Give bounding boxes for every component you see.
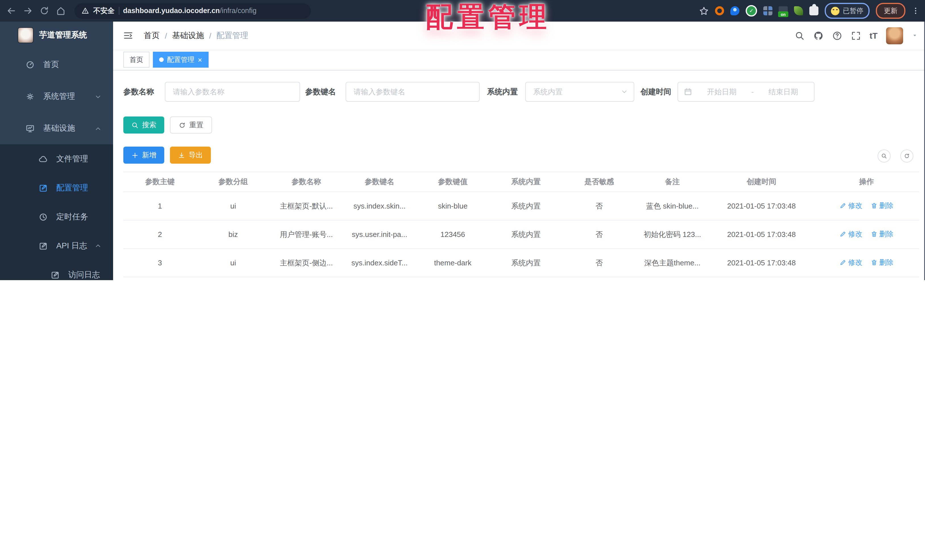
edit-link-label: 修改 [848,201,862,211]
fullscreen-icon[interactable] [851,30,861,41]
cell-actions: 修改 删除 [814,220,919,248]
col-header: 参数名称 [270,172,343,192]
download-icon [178,151,185,159]
cell-actions: 修改 删除 [814,277,919,280]
tag-config-manage[interactable]: 配置管理 × [153,52,208,68]
bookmark-star-icon[interactable] [699,6,709,16]
cell: 蓝色 skin-blue... [636,192,709,220]
browser-back-icon[interactable] [6,6,17,16]
date-range-picker[interactable]: 开始日期 - 结束日期 [678,82,815,102]
col-header: 参数键名 [343,172,416,192]
user-avatar[interactable] [886,27,903,44]
sidebar-item-api-log[interactable]: API 日志 [0,231,113,260]
cell: 2021-01-05 17:03:48 [709,248,814,277]
calendar-icon [684,87,692,96]
breadcrumb-infra[interactable]: 基础设施 [172,30,204,41]
emoji-face-icon [831,6,839,15]
help-icon[interactable] [832,30,842,41]
pencil-icon [840,231,847,238]
github-icon[interactable] [814,30,824,41]
app-logo[interactable]: 芋道管理系统 [0,22,113,49]
extension-switch-icon[interactable]: on [779,6,788,15]
topbar: 首页 / 基础设施 / 配置管理 tT [113,22,925,50]
tag-home[interactable]: 首页 [124,52,149,68]
extension-grid-icon[interactable] [763,6,772,15]
clock-icon [39,212,48,221]
pencil-icon [840,203,847,209]
cell: 123456 [416,220,490,248]
sidebar-item-home[interactable]: 首页 [0,49,113,81]
table-row: 2 biz 用户管理-账号... sys.user.init-pa... 123… [124,220,919,248]
cell: 1 [197,277,270,280]
trash-icon [871,203,878,209]
cell: sys.index.sideT... [343,248,416,277]
browser-reload-icon[interactable] [39,6,50,16]
tag-label: 配置管理 [167,55,194,65]
extension-green-check-icon[interactable]: ✓ [746,5,757,17]
extension-donut-icon[interactable] [715,6,724,15]
param-name-input-box [165,82,300,102]
builtin-select[interactable]: 系统内置 [525,82,634,102]
extensions-puzzle-icon[interactable] [809,6,818,15]
delete-link[interactable]: 删除 [871,258,893,268]
address-bar[interactable]: 不安全 dashboard.yudao.iocoder.cn/infra/con… [74,3,311,18]
sidebar-item-label: 文件管理 [56,154,88,164]
edit-link-label: 修改 [848,230,862,239]
breadcrumb-home[interactable]: 首页 [144,30,160,41]
col-header: 是否敏感 [563,172,636,192]
delete-link[interactable]: 删除 [871,201,893,211]
add-button[interactable]: 新增 [124,147,164,164]
date-separator: - [751,87,754,96]
tag-label: 首页 [130,55,143,65]
breadcrumb-separator: / [165,31,167,40]
edit-link[interactable]: 修改 [840,230,862,239]
reset-button[interactable]: 重置 [170,116,212,134]
cell: 1 [124,192,197,220]
extension-leaf-icon[interactable] [794,6,803,15]
export-button[interactable]: 导出 [170,147,211,164]
sidebar-item-access-log[interactable]: 访问日志 [0,260,113,280]
breadcrumb-current: 配置管理 [217,30,249,41]
search-icon[interactable] [795,30,805,41]
cell: ui [197,248,270,277]
toggle-search-button[interactable] [878,149,890,163]
sidebar-item-config-manage[interactable]: 配置管理 [0,173,113,202]
sidebar-item-file-manage[interactable]: 文件管理 [0,145,113,173]
edit-square-icon [39,241,48,250]
delete-link[interactable]: 删除 [871,230,893,239]
table-row: 4 1 xxx demo.test 10 自定义 否 5 2021-01-19 … [124,277,919,280]
avatar-caret-icon[interactable] [911,32,918,39]
add-button-label: 新增 [142,150,156,160]
sidebar-item-cron-job[interactable]: 定时任务 [0,202,113,231]
sidebar-item-label: 系统管理 [43,92,75,102]
update-button[interactable]: 更新 [876,3,905,19]
refresh-table-button[interactable] [900,149,913,163]
breadcrumb: 首页 / 基础设施 / 配置管理 [144,30,249,41]
browser-forward-icon[interactable] [23,6,33,16]
sidebar-item-label: API 日志 [56,241,87,251]
sidebar-item-infra[interactable]: 基础设施 [0,113,113,145]
extension-pin-icon[interactable] [730,6,740,15]
sidebar-item-system[interactable]: 系统管理 [0,81,113,113]
date-start-placeholder: 开始日期 [697,87,747,97]
param-name-input[interactable] [166,87,300,96]
edit-link[interactable]: 修改 [840,201,862,211]
param-key-input[interactable] [346,87,479,96]
paused-badge[interactable]: 已暂停 [825,3,869,19]
sidebar-toggle-icon[interactable] [123,30,134,41]
sidebar: 芋道管理系统 首页 系统管理 基础设施 文件管理 [0,22,113,280]
search-button[interactable]: 搜索 [124,116,164,134]
paused-badge-label: 已暂停 [843,6,863,16]
sidebar-item-label: 基础设施 [43,123,75,134]
cell: 主框架页-侧边... [270,248,343,277]
cell: 2021-01-19 03:10:26 [709,277,814,280]
sidebar-item-label: 定时任务 [56,212,88,222]
browser-home-icon[interactable] [56,6,66,16]
browser-menu-icon[interactable] [911,6,920,16]
edit-link[interactable]: 修改 [840,258,862,268]
close-icon[interactable]: × [198,56,202,63]
chevron-down-icon [621,88,628,95]
cell: 初始化密码 123... [636,220,709,248]
browser-toolbar-right: ✓ on 已暂停 更新 [699,3,925,19]
font-size-icon[interactable]: tT [869,31,878,40]
